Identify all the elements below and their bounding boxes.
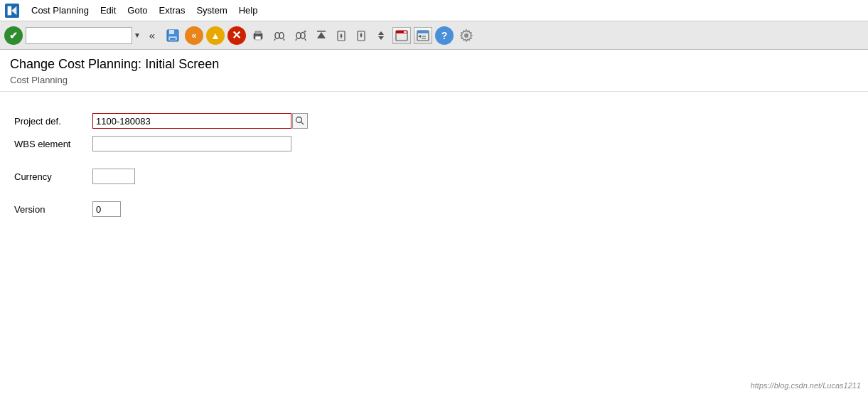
svg-line-20 [305, 38, 306, 41]
page-down-button[interactable] [353, 26, 370, 45]
page-up-button[interactable] [333, 26, 350, 45]
search-icon [295, 116, 305, 126]
svg-marker-1 [8, 6, 11, 15]
command-dropdown-arrow[interactable]: ▼ [134, 31, 141, 39]
svg-marker-23 [317, 32, 326, 38]
page-header: Change Cost Planning: Initial Screen Cos… [0, 50, 868, 92]
svg-marker-29 [378, 36, 384, 40]
watermark: https://blog.csdn.net/Lucas1211 [751, 381, 861, 390]
menu-edit[interactable]: Edit [100, 5, 116, 16]
nav-up-button[interactable] [313, 26, 330, 45]
svg-line-15 [284, 38, 284, 41]
svg-text:+: + [304, 29, 306, 34]
back-orange-button[interactable]: « [185, 26, 203, 45]
nav-window1-button[interactable] [392, 27, 411, 44]
cancel-button[interactable]: ✕ [227, 26, 246, 45]
page-title: Change Cost Planning: Initial Screen [10, 57, 858, 72]
project-def-search-button[interactable] [292, 113, 308, 129]
currency-label: Currency [14, 171, 92, 182]
svg-line-14 [274, 38, 275, 41]
wbs-element-row: WBS element [14, 136, 854, 151]
svg-line-40 [301, 122, 304, 125]
command-input[interactable] [26, 27, 132, 44]
toolbar: ✔ ▼ « « ▲ ✕ [0, 21, 868, 50]
svg-rect-18 [300, 35, 301, 36]
find-more-button[interactable]: + [291, 26, 310, 45]
menu-help[interactable]: Help [239, 5, 258, 16]
currency-row: Currency [14, 169, 854, 184]
confirm-button[interactable]: ✔ [4, 26, 23, 45]
wbs-element-input[interactable] [92, 136, 291, 151]
svg-rect-4 [169, 30, 174, 34]
svg-marker-37 [418, 35, 421, 38]
nav-window2-button[interactable] [414, 27, 432, 44]
svg-rect-6 [170, 38, 176, 40]
project-def-label: Project def. [14, 116, 92, 127]
svg-rect-10 [257, 35, 258, 36]
wbs-element-label: WBS element [14, 139, 92, 149]
version-row: Version [14, 201, 854, 217]
project-def-input[interactable] [92, 113, 291, 129]
svg-rect-13 [279, 35, 280, 36]
print-button[interactable] [249, 26, 267, 45]
svg-rect-34 [417, 31, 429, 33]
spacer1 [14, 159, 854, 169]
page-subtitle: Cost Planning [10, 72, 858, 88]
double-left-icon[interactable]: « [144, 26, 161, 45]
menu-bar: Cost Planning Edit Goto Extras System He… [0, 0, 868, 21]
menu-extras[interactable]: Extras [159, 5, 186, 16]
form-area: Project def. WBS element Currency Versio… [0, 92, 868, 238]
command-field-wrapper: ▼ [26, 27, 141, 44]
svg-point-39 [296, 117, 302, 123]
menu-system[interactable]: System [196, 5, 227, 16]
currency-input[interactable] [92, 169, 135, 184]
find-button[interactable] [270, 26, 289, 45]
project-def-row: Project def. [14, 113, 854, 129]
svg-rect-8 [255, 31, 261, 34]
nav-scroll-button[interactable] [373, 26, 390, 45]
save-button[interactable] [164, 26, 182, 45]
svg-rect-32 [404, 31, 407, 33]
up-circle-button[interactable]: ▲ [206, 26, 225, 45]
svg-point-38 [464, 33, 468, 38]
svg-line-19 [296, 38, 296, 41]
spacer2 [14, 191, 854, 201]
sap-logo [4, 3, 20, 18]
svg-marker-28 [378, 31, 384, 35]
menu-goto[interactable]: Goto [127, 5, 147, 16]
menu-cost-planning[interactable]: Cost Planning [31, 5, 89, 16]
version-input[interactable] [92, 201, 121, 217]
help-button[interactable]: ? [435, 26, 454, 45]
version-label: Version [14, 204, 92, 215]
svg-rect-9 [255, 36, 261, 40]
settings-button[interactable] [456, 26, 476, 45]
